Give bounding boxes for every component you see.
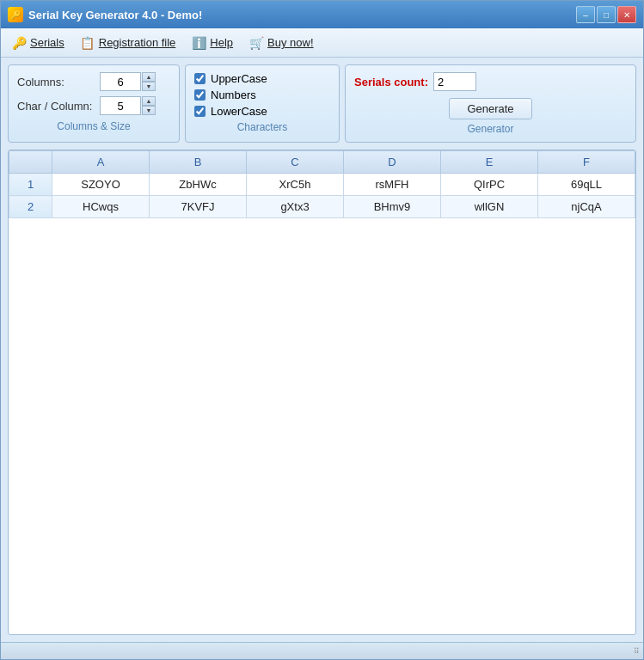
generator-panel: Serials count: Generate Generator (345, 64, 636, 143)
uppercase-row: UpperCase (194, 72, 330, 85)
columns-field-row: Columns: ▲ ▼ (17, 72, 170, 91)
col-header-d: D (344, 151, 441, 174)
char-spinner: ▲ ▼ (100, 96, 156, 115)
data-grid: A B C D E F 1SZOYOZbHWcXrC5hrsMFHQIrPC69… (8, 150, 636, 635)
columns-up-button[interactable]: ▲ (142, 72, 156, 82)
menu-registration-label: Registration file (99, 36, 176, 49)
main-content: Columns: ▲ ▼ Char / Column: ▲ (1, 58, 643, 642)
buy-icon: 🛒 (248, 35, 264, 51)
menu-buy[interactable]: 🛒 Buy now! (242, 32, 320, 54)
row-number: 1 (9, 174, 52, 196)
table-cell: BHmv9 (344, 196, 441, 218)
table-cell: HCwqs (52, 196, 150, 218)
status-bar: ⠿ (1, 642, 643, 659)
char-input[interactable] (100, 96, 141, 115)
registration-icon: 📋 (80, 35, 95, 51)
table-row: 1SZOYOZbHWcXrC5hrsMFHQIrPC69qLL (9, 174, 635, 196)
table-cell: XrC5h (247, 174, 344, 196)
controls-row: Columns: ▲ ▼ Char / Column: ▲ (8, 64, 636, 143)
generate-button[interactable]: Generate (449, 98, 531, 119)
char-up-button[interactable]: ▲ (142, 96, 156, 106)
col-header-c: C (247, 151, 344, 174)
numbers-row: Numbers (194, 89, 330, 101)
close-button[interactable]: ✕ (617, 6, 636, 23)
menu-bar: 🔑 Serials 📋 Registration file ℹ️ Help 🛒 … (1, 28, 643, 58)
app-icon: 🔑 (8, 7, 23, 22)
char-field-row: Char / Column: ▲ ▼ (17, 96, 170, 115)
serials-count-label: Serials count: (354, 76, 428, 89)
minimize-button[interactable]: – (576, 6, 595, 23)
window-title: Serial Key Generator 4.0 - Demo! (28, 9, 202, 21)
col-header-num (9, 151, 52, 174)
serials-count-row: Serials count: (354, 72, 627, 91)
columns-spinner: ▲ ▼ (100, 72, 156, 91)
columns-label: Columns: (17, 76, 95, 89)
menu-buy-label: Buy now! (267, 36, 313, 49)
uppercase-label: UpperCase (211, 72, 267, 85)
serials-icon: 🔑 (11, 35, 27, 51)
serials-table: A B C D E F 1SZOYOZbHWcXrC5hrsMFHQIrPC69… (9, 150, 635, 218)
row-number: 2 (9, 196, 52, 218)
table-cell: 7KVFJ (150, 196, 247, 218)
menu-serials-label: Serials (30, 36, 64, 49)
lowercase-label: LowerCase (211, 105, 267, 118)
table-cell: 69qLL (538, 174, 635, 196)
lowercase-checkbox[interactable] (194, 106, 205, 117)
uppercase-checkbox[interactable] (194, 73, 205, 84)
resize-grip: ⠿ (634, 647, 640, 656)
columns-input[interactable] (100, 72, 141, 91)
generator-panel-title: Generator (354, 123, 627, 135)
col-header-e: E (441, 151, 538, 174)
characters-panel-title: Characters (194, 121, 330, 133)
menu-serials[interactable]: 🔑 Serials (4, 32, 71, 54)
table-cell: gXtx3 (247, 196, 344, 218)
table-cell: QIrPC (441, 174, 538, 196)
table-cell: wllGN (441, 196, 538, 218)
menu-help-label: Help (210, 36, 233, 49)
characters-panel: UpperCase Numbers LowerCase Characters (185, 64, 340, 143)
title-buttons: – □ ✕ (576, 6, 636, 23)
numbers-label: Numbers (211, 89, 256, 101)
table-cell: rsMFH (344, 174, 441, 196)
numbers-checkbox[interactable] (194, 89, 205, 101)
char-label: Char / Column: (17, 100, 95, 113)
help-icon: ℹ️ (191, 35, 206, 51)
col-header-b: B (150, 151, 247, 174)
columns-panel-title: Columns & Size (17, 120, 170, 132)
table-cell: njCqA (538, 196, 635, 218)
table-row: 2HCwqs7KVFJgXtx3BHmv9wllGNnjCqA (9, 196, 635, 218)
menu-help[interactable]: ℹ️ Help (184, 32, 240, 54)
title-bar: 🔑 Serial Key Generator 4.0 - Demo! – □ ✕ (1, 1, 643, 28)
lowercase-row: LowerCase (194, 105, 330, 118)
table-cell: ZbHWc (150, 174, 247, 196)
menu-registration[interactable]: 📋 Registration file (73, 32, 183, 54)
columns-down-button[interactable]: ▼ (142, 82, 156, 91)
col-header-a: A (52, 151, 150, 174)
serials-count-input[interactable] (433, 72, 476, 91)
table-header-row: A B C D E F (9, 151, 635, 174)
main-window: 🔑 Serial Key Generator 4.0 - Demo! – □ ✕… (0, 0, 644, 660)
maximize-button[interactable]: □ (597, 6, 616, 23)
char-down-button[interactable]: ▼ (142, 106, 156, 115)
table-cell: SZOYO (52, 174, 150, 196)
columns-size-panel: Columns: ▲ ▼ Char / Column: ▲ (8, 64, 180, 143)
col-header-f: F (538, 151, 635, 174)
